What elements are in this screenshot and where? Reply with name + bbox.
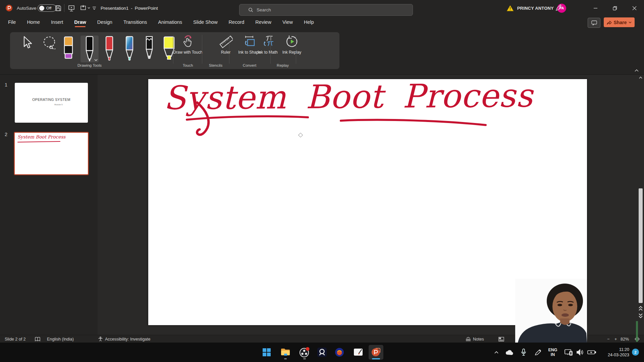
minimize-button[interactable]: [586, 0, 605, 16]
pen-galaxy-tool[interactable]: [120, 36, 139, 62]
start-slideshow-button[interactable]: [66, 0, 77, 16]
spellcheck-icon[interactable]: [35, 335, 40, 343]
previous-slide-icon[interactable]: [638, 306, 643, 311]
collapse-ribbon-icon[interactable]: [635, 69, 639, 72]
powerpoint-taskbar-icon[interactable]: [369, 345, 383, 360]
chroma-artifact: [636, 321, 638, 342]
slide-1-title: OPERATING SYSTEM: [15, 98, 88, 102]
file-explorer-icon[interactable]: [278, 345, 293, 360]
group-label-convert: Convert: [243, 63, 256, 67]
tab-review[interactable]: Review: [255, 17, 271, 28]
warning-icon[interactable]: [506, 5, 514, 11]
group-divider: [270, 35, 271, 64]
ink-underline: [17, 141, 60, 142]
battery-icon[interactable]: [586, 343, 597, 362]
group-label-replay: Replay: [277, 63, 289, 67]
powerpoint-logo-icon: [5, 0, 13, 16]
autosave-state: Off: [46, 6, 51, 10]
tab-insert[interactable]: Insert: [51, 17, 63, 28]
chevron-down-icon: [629, 21, 632, 23]
share-icon: [607, 20, 612, 25]
onedrive-icon[interactable]: [504, 343, 514, 362]
windows-taskbar: ENG IN 11:20 24-03-2023 2: [0, 343, 644, 362]
notification-badge[interactable]: 2: [632, 349, 639, 356]
tab-animations[interactable]: Animations: [158, 17, 182, 28]
group-label-touch: Touch: [183, 63, 193, 67]
comments-button[interactable]: [588, 18, 600, 28]
notes-toggle[interactable]: Notes: [466, 335, 484, 343]
slide-1-subtitle: Module 5: [54, 104, 63, 106]
ribbon-draw-tab: Draw with Touch Ruler Ink to Shape Ink t…: [0, 28, 644, 75]
user-name: PRINCY ANTONY: [517, 6, 554, 11]
eraser-tool[interactable]: [59, 36, 77, 62]
tab-draw[interactable]: Draw: [74, 17, 86, 28]
vertical-scrollbar[interactable]: [638, 76, 643, 334]
powerpoint-window: AutoSave Off Presentation1 - PowerPoint: [0, 0, 644, 362]
divider: [64, 4, 64, 12]
accessibility-icon: [98, 337, 103, 342]
scroll-up-icon[interactable]: [638, 76, 643, 79]
slide-ink-title: System Boot Process: [164, 76, 533, 117]
tab-record[interactable]: Record: [229, 17, 245, 28]
running-indicator-active: [372, 358, 380, 359]
slide-1-thumbnail[interactable]: OPERATING SYSTEM Module 5: [15, 83, 88, 123]
share-button[interactable]: Share: [604, 17, 635, 27]
tray-chevron-up-icon[interactable]: [492, 343, 500, 362]
slide-2-ink-title: System Boot Process: [17, 134, 65, 139]
tab-slideshow[interactable]: Slide Show: [193, 17, 218, 28]
slide-1-number: 1: [5, 82, 7, 87]
inking-mode-icon[interactable]: [551, 0, 566, 16]
pen-red-tool[interactable]: [100, 36, 118, 62]
restore-button[interactable]: [605, 0, 625, 16]
customize-quick-access-icon[interactable]: [89, 0, 100, 16]
slide-2-number: 2: [5, 132, 7, 137]
tab-help[interactable]: Help: [304, 17, 314, 28]
accessibility-status[interactable]: Accessibility: Investigate: [98, 335, 150, 343]
draw-with-touch-button[interactable]: Draw with Touch: [172, 35, 203, 55]
language-indicator[interactable]: ENG IN: [546, 343, 559, 362]
language-status[interactable]: English (India): [47, 335, 74, 343]
search-icon: [248, 7, 253, 12]
tab-view[interactable]: View: [282, 17, 293, 28]
annotation-app-icon[interactable]: [332, 345, 347, 360]
select-tool[interactable]: [18, 36, 36, 62]
group-label-stencils: Stencils: [209, 63, 222, 67]
speaker-icon[interactable]: [575, 343, 585, 362]
group-divider: [229, 35, 229, 64]
scrollbar-thumb[interactable]: [639, 188, 643, 303]
microphone-icon[interactable]: [519, 343, 528, 362]
slide-indicator: Slide 2 of 2: [5, 335, 26, 343]
running-indicator: [303, 358, 306, 359]
tab-transitions[interactable]: Transitions: [123, 17, 147, 28]
clock[interactable]: 11:20 24-03-2023: [602, 343, 629, 362]
webcam-app-icon[interactable]: [315, 345, 329, 360]
obs-studio-icon[interactable]: [297, 345, 312, 360]
normal-view-icon[interactable]: [498, 335, 504, 343]
zoom-level[interactable]: 82%: [621, 335, 629, 343]
zoom-in-button[interactable]: +: [614, 335, 617, 343]
pen-options-chevron-icon[interactable]: [94, 59, 98, 61]
whiteboard-app-icon[interactable]: [351, 345, 366, 360]
stylus-icon[interactable]: [533, 343, 543, 362]
presenter-person: [515, 279, 587, 343]
close-button[interactable]: [625, 0, 644, 16]
lasso-select-tool[interactable]: [41, 36, 59, 62]
ribbon-tabs: File Home Insert Draw Design Transitions…: [0, 16, 644, 28]
start-button[interactable]: [259, 345, 274, 360]
search-placeholder: Search: [257, 7, 271, 12]
ribbon-panel: Draw with Touch Ruler Ink to Shape Ink t…: [10, 32, 339, 69]
save-button[interactable]: [52, 0, 64, 16]
toggle-knob: [39, 6, 44, 11]
next-slide-icon[interactable]: [638, 313, 643, 318]
zoom-out-button[interactable]: −: [607, 335, 609, 343]
tab-file[interactable]: File: [8, 17, 16, 28]
pencil-tool[interactable]: [140, 36, 158, 62]
search-input[interactable]: Search: [239, 4, 413, 16]
ink-replay-button[interactable]: Ink Replay: [276, 35, 307, 55]
webcam-overlay: [515, 279, 587, 343]
pen-black-tool[interactable]: [80, 36, 99, 62]
tab-home[interactable]: Home: [27, 17, 40, 28]
slide-2-thumbnail[interactable]: System Boot Process: [14, 132, 89, 175]
tab-design[interactable]: Design: [97, 17, 112, 28]
cast-display-icon[interactable]: [564, 343, 574, 362]
